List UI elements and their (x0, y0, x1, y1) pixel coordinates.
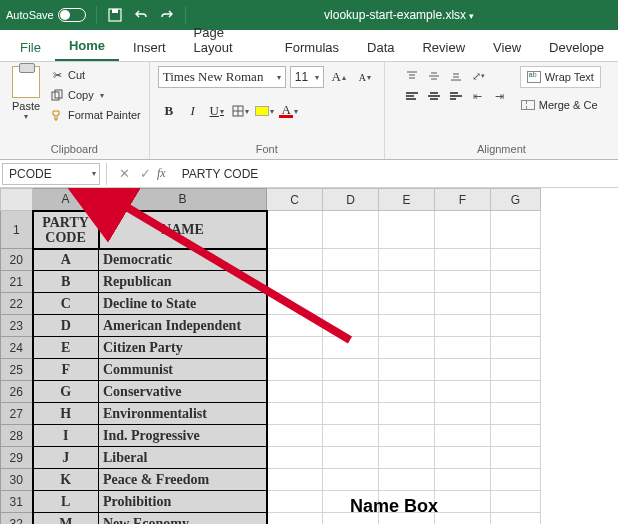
cell[interactable] (379, 271, 435, 293)
border-button[interactable]: ▾ (230, 100, 252, 122)
orientation-button[interactable]: ⤢▾ (468, 66, 490, 86)
enter-icon[interactable]: ✓ (140, 166, 151, 181)
cell[interactable] (323, 403, 379, 425)
cell[interactable] (267, 469, 323, 491)
col-header-b[interactable]: B (99, 189, 267, 211)
tab-insert[interactable]: Insert (119, 34, 180, 61)
cell[interactable] (379, 403, 435, 425)
cell[interactable] (435, 425, 491, 447)
cell[interactable] (435, 381, 491, 403)
cell[interactable] (323, 359, 379, 381)
cell[interactable] (435, 315, 491, 337)
cell-name[interactable]: Ind. Progressive (99, 425, 267, 447)
format-painter-button[interactable]: Format Painter (50, 106, 141, 124)
align-bottom-button[interactable] (446, 66, 466, 86)
cell[interactable] (267, 381, 323, 403)
row-header[interactable]: 27 (1, 403, 33, 425)
increase-font-button[interactable]: A▴ (328, 66, 350, 88)
cell[interactable] (491, 293, 541, 315)
cell-name[interactable]: Conservative (99, 381, 267, 403)
cell[interactable] (435, 513, 491, 525)
cell[interactable] (267, 447, 323, 469)
row-header[interactable]: 24 (1, 337, 33, 359)
tab-view[interactable]: View (479, 34, 535, 61)
cell[interactable] (491, 249, 541, 271)
row-header[interactable]: 21 (1, 271, 33, 293)
cell-b1[interactable]: NAME (99, 211, 267, 249)
paste-button[interactable]: Paste ▾ (8, 66, 44, 121)
row-header[interactable]: 23 (1, 315, 33, 337)
cell-name[interactable]: Peace & Freedom (99, 469, 267, 491)
increase-indent-button[interactable]: ⇥ (490, 86, 510, 106)
cell[interactable] (267, 513, 323, 525)
save-icon[interactable] (107, 7, 123, 23)
cell[interactable] (323, 447, 379, 469)
cell-name[interactable]: Democratic (99, 249, 267, 271)
cell[interactable] (491, 469, 541, 491)
cell[interactable] (491, 211, 541, 249)
tab-home[interactable]: Home (55, 32, 119, 61)
col-header-f[interactable]: F (435, 189, 491, 211)
cell-code[interactable]: J (33, 447, 99, 469)
decrease-font-button[interactable]: A▾ (354, 66, 376, 88)
row-header[interactable]: 29 (1, 447, 33, 469)
cell[interactable] (491, 337, 541, 359)
cell[interactable] (491, 381, 541, 403)
cell[interactable] (267, 491, 323, 513)
tab-file[interactable]: File (6, 34, 55, 61)
cell[interactable] (435, 211, 491, 249)
cell-code[interactable]: F (33, 359, 99, 381)
cell[interactable] (267, 337, 323, 359)
cell-name[interactable]: Decline to State (99, 293, 267, 315)
cell[interactable] (323, 211, 379, 249)
cell[interactable] (435, 491, 491, 513)
cell[interactable] (379, 211, 435, 249)
cell[interactable] (323, 315, 379, 337)
cell[interactable] (379, 359, 435, 381)
cell-code[interactable]: D (33, 315, 99, 337)
cell[interactable] (491, 359, 541, 381)
decrease-indent-button[interactable]: ⇤ (468, 86, 488, 106)
align-middle-button[interactable] (424, 66, 444, 86)
cell-code[interactable]: B (33, 271, 99, 293)
cell-code[interactable]: G (33, 381, 99, 403)
wrap-text-button[interactable]: Wrap Text (520, 66, 601, 88)
row-header[interactable]: 32 (1, 513, 33, 525)
cell[interactable] (379, 425, 435, 447)
cell[interactable] (323, 293, 379, 315)
cell[interactable] (435, 271, 491, 293)
align-left-button[interactable] (402, 86, 422, 106)
row-header[interactable]: 30 (1, 469, 33, 491)
spreadsheet-grid[interactable]: A B C D E F G 1 PARTY CODE NAME 20ADemoc… (0, 188, 541, 524)
cell[interactable] (323, 337, 379, 359)
cell-code[interactable]: A (33, 249, 99, 271)
cell-name[interactable]: Environmentalist (99, 403, 267, 425)
cell[interactable] (323, 425, 379, 447)
row-header[interactable]: 1 (1, 211, 33, 249)
tab-data[interactable]: Data (353, 34, 408, 61)
cell-code[interactable]: K (33, 469, 99, 491)
cell[interactable] (491, 271, 541, 293)
cancel-icon[interactable]: ✕ (119, 166, 130, 181)
cell[interactable] (379, 381, 435, 403)
fx-icon[interactable]: fx (157, 166, 166, 181)
row-header[interactable]: 22 (1, 293, 33, 315)
cell[interactable] (267, 211, 323, 249)
col-header-e[interactable]: E (379, 189, 435, 211)
cell-code[interactable]: E (33, 337, 99, 359)
cell[interactable] (323, 249, 379, 271)
tab-formulas[interactable]: Formulas (271, 34, 353, 61)
cell[interactable] (379, 469, 435, 491)
cell[interactable] (379, 447, 435, 469)
cell[interactable] (491, 403, 541, 425)
cell[interactable] (267, 249, 323, 271)
formula-input[interactable]: PARTY CODE (176, 167, 618, 181)
cell-a1[interactable]: PARTY CODE (33, 211, 99, 249)
italic-button[interactable]: I (182, 100, 204, 122)
bold-button[interactable]: B (158, 100, 180, 122)
row-header[interactable]: 25 (1, 359, 33, 381)
cell[interactable] (491, 491, 541, 513)
row-header[interactable]: 31 (1, 491, 33, 513)
font-name-combo[interactable]: Times New Roman ▾ (158, 66, 286, 88)
cell[interactable] (435, 469, 491, 491)
